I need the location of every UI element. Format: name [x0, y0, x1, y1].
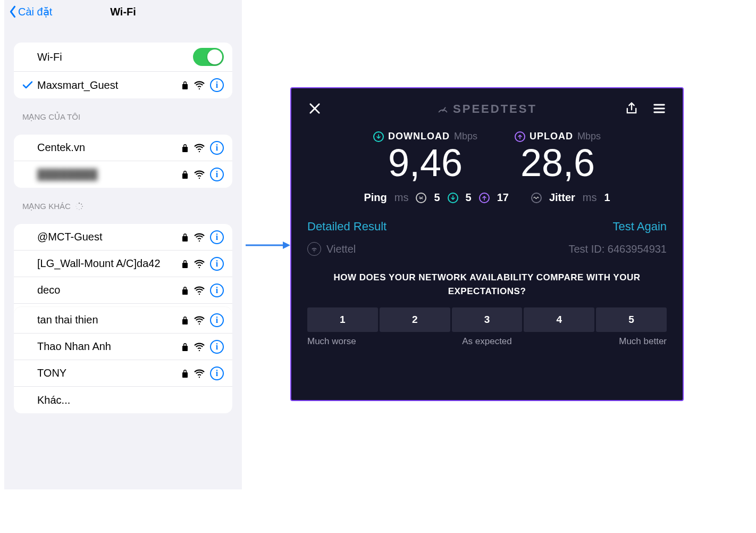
- detailed-result-link[interactable]: Detailed Result: [307, 220, 387, 234]
- ping-up-value: 17: [497, 191, 509, 204]
- speed-links-row: Detailed Result Test Again: [307, 220, 667, 234]
- download-metric: DOWNLOAD Mbps 9,46: [373, 131, 477, 184]
- back-button[interactable]: Cài đặt: [4, 5, 52, 18]
- network-name: [LG_Wall-Mount A/C]da42: [37, 257, 181, 270]
- rating-4-button[interactable]: 4: [524, 307, 594, 332]
- ping-label: Ping: [364, 191, 387, 204]
- info-icon[interactable]: i: [210, 230, 224, 244]
- arrow-icon: [245, 240, 290, 251]
- network-name-redacted: ████████: [37, 169, 181, 181]
- checkmark-icon: [22, 81, 33, 89]
- info-icon[interactable]: i: [210, 340, 224, 354]
- wifi-small-icon: [307, 242, 321, 256]
- menu-icon[interactable]: [652, 101, 667, 116]
- network-row[interactable]: TONY i: [14, 360, 232, 387]
- ping-up-icon: [479, 193, 490, 203]
- other-networks-group-2: tan thai thien i Thao Nhan Anh i TONY i: [14, 307, 232, 413]
- upload-arrow-icon: [515, 131, 525, 142]
- speedtest-panel: SPEEDTEST DOWNLOAD Mbps 9,46: [290, 87, 684, 401]
- network-name: tan thai thien: [37, 314, 181, 326]
- info-icon[interactable]: i: [210, 257, 224, 271]
- test-id-value: 6463954931: [608, 243, 667, 255]
- svg-marker-9: [283, 241, 290, 249]
- ping-idle-icon: [416, 193, 426, 203]
- network-name: Centek.vn: [37, 141, 181, 154]
- connected-network-row[interactable]: Maxsmart_Guest i: [14, 72, 232, 98]
- wifi-icon: [194, 260, 205, 268]
- my-networks-group: Centek.vn i ████████ i: [14, 135, 232, 188]
- back-label: Cài đặt: [18, 5, 52, 18]
- svg-point-6: [75, 206, 76, 206]
- network-row[interactable]: Centek.vn i: [14, 135, 232, 161]
- wifi-icon: [194, 233, 205, 241]
- isp-name: Viettel: [326, 243, 356, 255]
- lock-icon: [181, 259, 189, 269]
- section-my-networks-label: MẠNG CỦA TÔI: [22, 112, 224, 122]
- ping-row: Ping ms 5 5 17 Jitter ms 1: [307, 191, 667, 204]
- other-network-label: Khác...: [37, 394, 224, 406]
- lock-icon: [181, 232, 189, 242]
- rating-2-button[interactable]: 2: [380, 307, 450, 332]
- rating-row: 1 2 3 4 5: [307, 307, 667, 332]
- info-icon[interactable]: i: [210, 367, 224, 380]
- svg-point-5: [77, 209, 77, 209]
- wifi-toggle-group: Wi-Fi Maxsmart_Guest i: [14, 43, 232, 98]
- ping-unit: ms: [394, 191, 409, 204]
- wifi-icon: [194, 369, 205, 378]
- download-value: 9,46: [373, 142, 477, 184]
- test-again-link[interactable]: Test Again: [612, 220, 667, 234]
- ios-wifi-settings-panel: Cài đặt Wi-Fi Wi-Fi Maxsmart_Guest i MẠN…: [4, 0, 242, 489]
- wifi-toggle-row: Wi-Fi: [14, 43, 232, 72]
- wifi-icon: [194, 316, 205, 324]
- lock-icon: [181, 342, 189, 352]
- wifi-icon: [194, 81, 205, 89]
- info-icon[interactable]: i: [210, 78, 224, 92]
- network-row[interactable]: [LG_Wall-Mount A/C]da42 i: [14, 251, 232, 277]
- wifi-icon: [194, 286, 205, 295]
- svg-point-0: [79, 203, 80, 204]
- rating-1-button[interactable]: 1: [307, 307, 378, 332]
- info-icon[interactable]: i: [210, 284, 224, 297]
- wifi-icon: [194, 343, 205, 351]
- close-icon[interactable]: [307, 101, 322, 116]
- lock-icon: [181, 315, 189, 325]
- jitter-label: Jitter: [549, 191, 575, 204]
- download-arrow-icon: [373, 131, 384, 142]
- network-row-redacted[interactable]: ████████ i: [14, 161, 232, 188]
- connected-network-label: Maxsmart_Guest: [37, 79, 181, 91]
- survey-question: HOW DOES YOUR NETWORK AVAILABILITY COMPA…: [307, 271, 667, 298]
- info-icon[interactable]: i: [210, 168, 224, 181]
- speed-metrics: DOWNLOAD Mbps 9,46 UPLOAD Mbps 28,6: [307, 131, 667, 184]
- other-network-row[interactable]: Khác...: [14, 387, 232, 413]
- wifi-toggle[interactable]: [193, 48, 224, 66]
- share-icon[interactable]: [624, 101, 639, 116]
- network-row[interactable]: Thao Nhan Anh i: [14, 334, 232, 360]
- svg-point-1: [81, 204, 82, 205]
- info-icon[interactable]: i: [210, 141, 224, 155]
- section-other-networks-label: MẠNG KHÁC: [22, 202, 224, 211]
- rating-5-button[interactable]: 5: [596, 307, 667, 332]
- info-icon[interactable]: i: [210, 313, 224, 327]
- lock-icon: [181, 369, 189, 378]
- spinner-icon: [75, 202, 83, 211]
- wifi-label: Wi-Fi: [37, 51, 193, 63]
- upload-unit: Mbps: [577, 131, 601, 142]
- svg-point-4: [79, 209, 80, 210]
- network-row[interactable]: tan thai thien i: [14, 307, 232, 334]
- network-row[interactable]: deco i: [14, 277, 232, 304]
- download-unit: Mbps: [454, 131, 477, 142]
- ios-nav-bar: Cài đặt Wi-Fi: [4, 0, 242, 23]
- ping-down-icon: [448, 193, 458, 203]
- svg-point-3: [81, 208, 82, 209]
- rating-mid-label: As expected: [307, 336, 667, 347]
- rating-3-button[interactable]: 3: [452, 307, 523, 332]
- lock-icon: [181, 80, 189, 90]
- upload-metric: UPLOAD Mbps 28,6: [515, 131, 601, 184]
- svg-point-7: [77, 204, 77, 204]
- network-row[interactable]: @MCT-Guest i: [14, 224, 232, 251]
- network-name: Thao Nhan Anh: [37, 340, 181, 353]
- jitter-value: 1: [604, 191, 610, 204]
- upload-label: UPLOAD: [530, 131, 573, 142]
- ping-down-value: 5: [466, 191, 472, 204]
- jitter-icon: [531, 193, 542, 203]
